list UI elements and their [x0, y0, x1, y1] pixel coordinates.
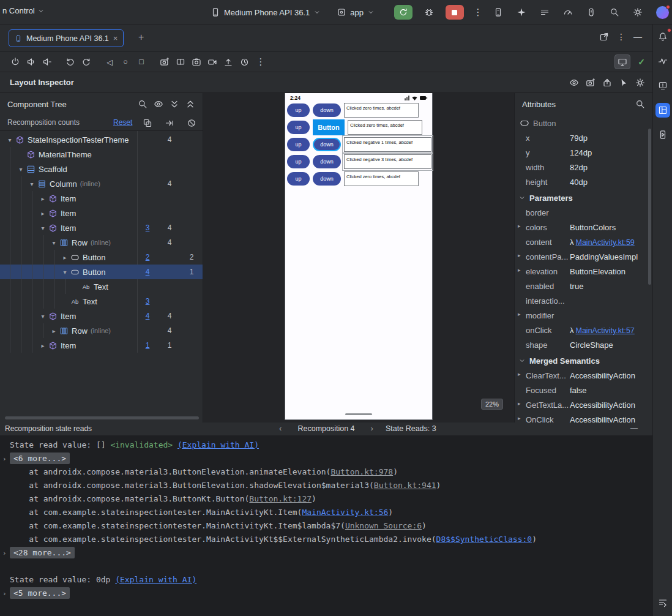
- expand-attribute-icon[interactable]: ▸: [518, 415, 521, 421]
- apply-check-icon[interactable]: ✓: [638, 57, 645, 67]
- tree-node-row[interactable]: ▸Row(inline)4: [0, 323, 203, 338]
- power-icon[interactable]: [10, 57, 20, 67]
- volume-up-icon[interactable]: [26, 57, 36, 67]
- overview-button-icon[interactable]: □: [136, 58, 146, 66]
- fold-device-icon[interactable]: [176, 57, 185, 67]
- chevron-right-icon[interactable]: ▸: [38, 195, 48, 202]
- expand-attribute-icon[interactable]: ▸: [518, 252, 521, 258]
- expand-attribute-icon[interactable]: ▸: [518, 371, 521, 377]
- display-mode-toggle[interactable]: [614, 54, 630, 69]
- rotate-right-icon[interactable]: [81, 57, 91, 67]
- layout-inspector-tool-button[interactable]: [655, 103, 670, 118]
- chevron-down-icon[interactable]: ▾: [38, 225, 48, 231]
- add-tab-icon[interactable]: +: [138, 32, 144, 43]
- logcat-icon[interactable]: [540, 7, 550, 17]
- minimize-icon[interactable]: —: [633, 32, 642, 42]
- recomposition-count-column-icon[interactable]: [143, 118, 152, 128]
- tree-node-item[interactable]: ▸Item11: [0, 338, 203, 353]
- chevron-right-icon[interactable]: ▸: [49, 328, 59, 334]
- tree-node-row[interactable]: ▾Row(inline)4: [0, 235, 203, 250]
- chevron-right-icon[interactable]: ▸: [38, 342, 48, 349]
- stop-button[interactable]: [446, 5, 464, 20]
- down-button[interactable]: down: [313, 155, 341, 168]
- device-streaming-icon[interactable]: [586, 7, 596, 17]
- console-link[interactable]: MainActivity.kt:56: [302, 508, 388, 517]
- tree-node-stateinspectiontestertheme[interactable]: ▾StateInspectionTesterTheme4: [0, 132, 203, 147]
- console-link[interactable]: (Explain with AI): [177, 440, 259, 449]
- rerun-button[interactable]: [394, 5, 413, 20]
- next-recomposition-icon[interactable]: ›: [371, 424, 373, 433]
- fold-toggle-icon[interactable]: ›: [0, 587, 10, 601]
- expand-attribute-icon[interactable]: ▸: [518, 311, 521, 317]
- recomposition-count-link[interactable]: 1: [137, 338, 158, 353]
- tree-node-button[interactable]: ▾Button41: [0, 265, 203, 279]
- profiler-tool-button[interactable]: [655, 54, 670, 69]
- chevron-down-icon[interactable]: ▾: [38, 313, 48, 320]
- gemini-icon[interactable]: [517, 7, 526, 17]
- more-emulator-actions-icon[interactable]: ⋮: [255, 56, 266, 67]
- tree-node-text[interactable]: AbText3: [0, 294, 203, 309]
- running-devices-button[interactable]: [655, 127, 670, 142]
- inspector-settings-icon[interactable]: [635, 78, 645, 88]
- volume-down-icon[interactable]: [42, 57, 52, 67]
- search-icon[interactable]: [635, 99, 645, 109]
- console-link[interactable]: Button.kt:978: [330, 467, 393, 476]
- click-count-text[interactable]: Clicked negative 3 times, abcdef: [344, 154, 431, 169]
- console-link[interactable]: Unknown Source:6: [345, 521, 422, 530]
- up-button[interactable]: up: [287, 121, 310, 134]
- toggle-overlay-icon[interactable]: [569, 78, 579, 88]
- up-button[interactable]: up: [287, 103, 310, 117]
- console-link[interactable]: (Explain with AI): [115, 575, 196, 584]
- device-render-canvas[interactable]: 2:24 updownClicked zero times, abcdefupB…: [203, 93, 514, 423]
- debug-button[interactable]: [421, 5, 437, 20]
- run-config-selector[interactable]: app: [333, 5, 378, 20]
- recomposition-count-link[interactable]: 3: [137, 220, 158, 235]
- folded-frames[interactable]: <28 more...>: [10, 547, 75, 558]
- upload-icon[interactable]: [223, 57, 233, 67]
- folded-frames[interactable]: <5 more...>: [10, 587, 70, 599]
- screenshot-icon[interactable]: [160, 57, 170, 67]
- pair-devices-icon[interactable]: [493, 7, 503, 17]
- expand-all-icon[interactable]: [170, 99, 179, 109]
- tree-node-item[interactable]: ▸Item: [0, 206, 203, 220]
- section-header-parameters[interactable]: Parameters: [515, 190, 652, 206]
- search-everywhere-icon[interactable]: [610, 7, 619, 17]
- chevron-down-icon[interactable]: ▾: [27, 181, 37, 187]
- tree-node-button[interactable]: ▸Button22: [0, 250, 203, 265]
- chevron-right-icon[interactable]: ▸: [38, 210, 48, 217]
- reset-counts-link[interactable]: Reset: [113, 118, 132, 127]
- tree-node-column[interactable]: ▾Column(inline)4: [0, 176, 203, 191]
- previous-recomposition-icon[interactable]: ‹: [279, 424, 282, 433]
- tree-node-materialtheme[interactable]: MaterialTheme: [0, 147, 203, 162]
- recomposition-count-link[interactable]: 4: [137, 309, 158, 323]
- settings-icon[interactable]: [633, 7, 643, 17]
- select-component-icon[interactable]: [619, 78, 629, 88]
- search-icon[interactable]: [138, 99, 147, 109]
- section-header-merged-semantics[interactable]: Merged Semantics: [515, 353, 652, 369]
- expand-attribute-icon[interactable]: ▸: [518, 223, 521, 229]
- chevron-down-icon[interactable]: ▾: [5, 137, 15, 143]
- chevron-down-icon[interactable]: ▾: [49, 239, 59, 246]
- export-snapshot-icon[interactable]: [602, 78, 612, 88]
- event-log-button[interactable]: [655, 595, 670, 610]
- recomposition-count-link[interactable]: 3: [137, 294, 158, 309]
- click-count-text[interactable]: Clicked zero times, abcdef: [344, 171, 419, 186]
- down-button[interactable]: down: [313, 172, 341, 186]
- tree-node-text[interactable]: AbText: [0, 279, 203, 294]
- click-count-text[interactable]: Clicked negative 1 times, abcdef: [344, 137, 431, 152]
- rotate-left-icon[interactable]: [65, 57, 75, 67]
- device-selector[interactable]: Medium Phone API 36.1: [207, 5, 324, 20]
- minimize-panel-icon[interactable]: —: [630, 424, 638, 432]
- skip-count-column-icon[interactable]: [165, 118, 174, 128]
- filter-visibility-icon[interactable]: [154, 99, 163, 109]
- expand-attribute-icon[interactable]: ▸: [518, 400, 521, 407]
- vertical-scrollbar[interactable]: [648, 129, 651, 285]
- up-button[interactable]: up: [287, 172, 310, 186]
- user-avatar[interactable]: [656, 6, 669, 19]
- close-tab-icon[interactable]: ×: [113, 34, 118, 43]
- collapse-all-icon[interactable]: [185, 99, 195, 109]
- device-tab[interactable]: Medium Phone API 36.1 ×: [9, 29, 124, 47]
- up-button[interactable]: up: [287, 155, 310, 168]
- expand-attribute-icon[interactable]: ▸: [518, 267, 521, 273]
- console-link[interactable]: Button.kt:127: [249, 494, 312, 503]
